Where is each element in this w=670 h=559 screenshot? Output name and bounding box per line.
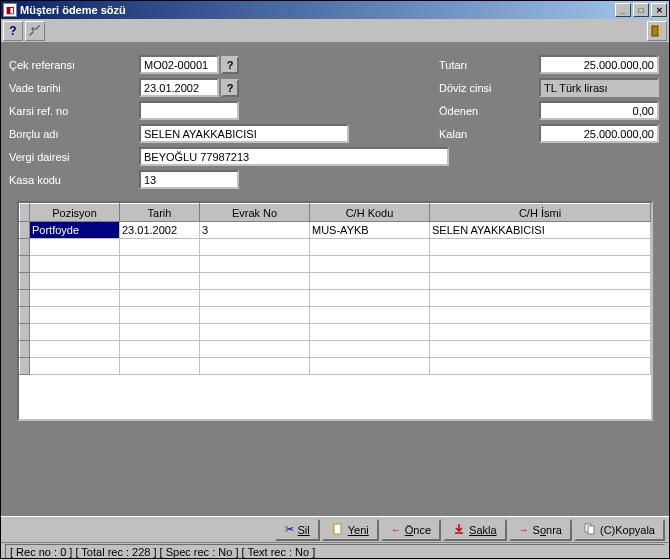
once-button[interactable]: ← Önce [381, 519, 441, 541]
table-row[interactable] [20, 341, 651, 358]
svg-rect-1 [334, 524, 341, 534]
doviz-label: Döviz cinsi [439, 82, 539, 94]
vade-label: Vade tarihi [9, 82, 139, 94]
svg-rect-0 [652, 26, 658, 36]
karsi-label: Karsi ref. no [9, 105, 139, 117]
main-area: Çek referansı MO02-00001 ? Tutarı 25.000… [1, 43, 669, 516]
arrow-left-icon: ← [391, 524, 401, 535]
col-chismi[interactable]: C/H İsmi [430, 204, 651, 222]
col-evrak[interactable]: Evrak No [200, 204, 310, 222]
cell-chkodu[interactable]: MUS-AYKB [310, 222, 430, 239]
cell-tarih[interactable]: 23.01.2002 [120, 222, 200, 239]
col-pozisyon[interactable]: Pozisyon [30, 204, 120, 222]
odenen-label: Ödenen [439, 105, 539, 117]
table-row[interactable] [20, 273, 651, 290]
sakla-button[interactable]: Sakla [443, 519, 507, 541]
sil-button[interactable]: ✂ Sil [275, 519, 320, 541]
karsi-input[interactable] [139, 101, 239, 120]
tools-icon[interactable] [25, 21, 45, 41]
kalan-label: Kalan [439, 128, 539, 140]
cell-evrak[interactable]: 3 [200, 222, 310, 239]
doviz-display: TL Türk lirası [539, 78, 659, 97]
vade-lookup-button[interactable]: ? [221, 79, 239, 97]
vade-input[interactable]: 23.01.2002 [139, 78, 219, 97]
titlebar: ◧ Müşteri ödeme sözü _ □ ✕ [1, 1, 669, 19]
sakla-label: Sakla [469, 524, 497, 536]
cell-pozisyon[interactable]: Portfoyde [30, 222, 120, 239]
kasa-label: Kasa kodu [9, 174, 139, 186]
minimize-button[interactable]: _ [615, 3, 631, 17]
maximize-button[interactable]: □ [633, 3, 649, 17]
status-text: [ Rec no : 0 ] [ Total rec : 228 ] [ Spe… [5, 544, 665, 560]
help-icon[interactable]: ? [3, 21, 23, 41]
close-button[interactable]: ✕ [651, 3, 667, 17]
cek-ref-lookup-button[interactable]: ? [221, 56, 239, 74]
save-icon [453, 523, 465, 537]
arrow-right-icon: → [519, 524, 529, 535]
tutari-input[interactable]: 25.000.000,00 [539, 55, 659, 74]
table-header-row: Pozisyon Tarih Evrak No C/H Kodu C/H İsm… [20, 204, 651, 222]
cek-ref-label: Çek referansı [9, 59, 139, 71]
borclu-input[interactable]: SELEN AYAKKABICISI [139, 124, 349, 143]
sil-label: Sil [298, 524, 310, 536]
action-bar: ✂ Sil Yeni ← Önce Sakla → Sonra (C)Kopya… [1, 516, 669, 542]
odenen-input[interactable]: 0,00 [539, 101, 659, 120]
tutari-label: Tutarı [439, 59, 539, 71]
exit-icon[interactable] [647, 21, 667, 41]
yeni-button[interactable]: Yeni [322, 519, 379, 541]
vergi-input[interactable]: BEYOĞLU 77987213 [139, 147, 449, 166]
table-row[interactable] [20, 324, 651, 341]
table-row[interactable] [20, 256, 651, 273]
copy-icon [584, 523, 596, 537]
status-bar: [ Rec no : 0 ] [ Total rec : 228 ] [ Spe… [1, 542, 669, 559]
table-row[interactable] [20, 358, 651, 375]
kopyala-button[interactable]: (C)Kopyala [574, 519, 665, 541]
sonra-button[interactable]: → Sonra [509, 519, 572, 541]
cek-ref-input[interactable]: MO02-00001 [139, 55, 219, 74]
kalan-input[interactable]: 25.000.000,00 [539, 124, 659, 143]
col-chkodu[interactable]: C/H Kodu [310, 204, 430, 222]
app-icon: ◧ [3, 3, 17, 17]
svg-rect-3 [588, 526, 594, 534]
vergi-label: Vergi dairesi [9, 151, 139, 163]
delete-icon: ✂ [285, 523, 294, 536]
yeni-label: Yeni [348, 524, 369, 536]
borclu-label: Borçlu adı [9, 128, 139, 140]
table-row[interactable] [20, 290, 651, 307]
col-tarih[interactable]: Tarih [120, 204, 200, 222]
table-row[interactable] [20, 307, 651, 324]
toolbar: ? [1, 19, 669, 43]
movements-table[interactable]: Pozisyon Tarih Evrak No C/H Kodu C/H İsm… [17, 201, 653, 421]
kopyala-label: (C)Kopyala [600, 524, 655, 536]
new-icon [332, 523, 344, 537]
table-row[interactable]: Portfoyde 23.01.2002 3 MUS-AYKB SELEN AY… [20, 222, 651, 239]
kasa-input[interactable]: 13 [139, 170, 239, 189]
table-row[interactable] [20, 239, 651, 256]
window-title: Müşteri ödeme sözü [20, 4, 126, 16]
cell-chismi[interactable]: SELEN AYAKKABICISI [430, 222, 651, 239]
